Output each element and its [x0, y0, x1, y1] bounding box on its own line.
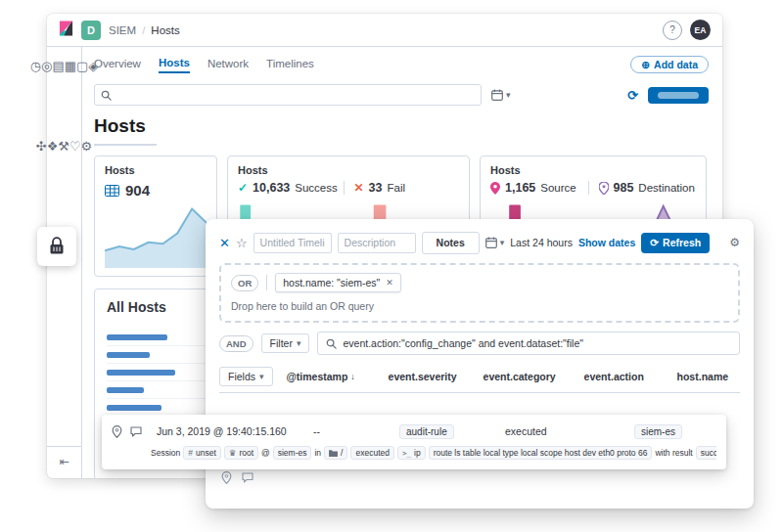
result-chip[interactable]: success [696, 446, 716, 460]
hosts-count-value: 904 [125, 182, 150, 199]
show-dates-link[interactable]: Show dates [578, 237, 635, 248]
column-timestamp[interactable]: @timestamp ↓ [287, 371, 389, 382]
kibana-logo-icon[interactable] [59, 21, 73, 40]
query-chip-label: host.name: "siem-es" [283, 277, 380, 288]
user-chip[interactable]: ♛root [224, 446, 258, 460]
column-event-action[interactable]: event.action [584, 371, 677, 382]
refresh-label: Refresh [663, 237, 701, 248]
column-host-name[interactable]: host.name [677, 371, 740, 382]
pin-icon[interactable] [221, 471, 232, 484]
query-filter-chip[interactable]: host.name: "siem-es" ✕ [275, 273, 401, 292]
host-chip[interactable]: siem-es [273, 446, 312, 460]
drop-hint-text: Drop here to build an OR query [231, 300, 728, 312]
close-icon[interactable]: ✕ [219, 236, 230, 250]
tab-hosts[interactable]: Hosts [159, 57, 190, 73]
hash-icon: # [188, 448, 193, 458]
pin-icon[interactable] [112, 425, 122, 438]
machine-learning-icon[interactable]: ✣ [36, 139, 47, 154]
success-value: 10,633 [253, 181, 290, 195]
comment-icon[interactable] [130, 426, 142, 437]
event-row[interactable]: Jun 3, 2019 @ 19:40:15.160 -- audit-rule… [102, 415, 726, 469]
chevron-down-icon: ▾ [500, 238, 505, 247]
star-icon[interactable]: ☆ [236, 236, 248, 250]
filter-label: Filter [270, 337, 293, 349]
event-timestamp[interactable]: Jun 3, 2019 @ 19:40:15.160 [157, 425, 313, 437]
card-title: Hosts [105, 164, 207, 176]
event-detail-row: Session#unset♛root@siem-esin/executed>_i… [112, 446, 716, 460]
help-icon[interactable]: ? [663, 21, 682, 40]
space-avatar[interactable]: D [81, 21, 101, 40]
chevron-down-icon: ▾ [297, 338, 301, 348]
calendar-icon [491, 89, 503, 101]
timeline-description-input[interactable] [338, 233, 416, 253]
session-id-chip[interactable]: #unset [183, 446, 221, 460]
collapse-sidebar-icon[interactable]: ⇤ [59, 455, 69, 468]
host-name-link[interactable] [107, 405, 161, 411]
update-button[interactable] [648, 87, 709, 104]
tab-network[interactable]: Network [207, 58, 249, 72]
source-pin-icon [490, 182, 500, 195]
host-name-link[interactable] [107, 334, 167, 340]
breadcrumb-app[interactable]: SIEM [109, 24, 136, 36]
or-badge: OR [231, 275, 258, 291]
column-event-category[interactable]: event.category [484, 371, 584, 382]
host-name-link[interactable] [107, 387, 144, 393]
recent-icon[interactable]: ◷ [30, 59, 41, 73]
fields-dropdown-button[interactable]: Fields ▾ [219, 367, 273, 386]
destination-pin-icon [599, 182, 609, 195]
destination-label: Destination [638, 182, 695, 194]
args-chip[interactable]: route ls table local type local scope ho… [429, 446, 653, 460]
date-picker-button[interactable]: ▾ [491, 89, 511, 101]
lock-badge[interactable] [37, 227, 76, 266]
host-name-link[interactable] [107, 370, 175, 376]
visualize-icon[interactable]: ▤ [52, 59, 64, 73]
comment-icon[interactable] [242, 472, 253, 483]
discover-icon[interactable]: ◎ [41, 59, 52, 73]
dev-tools-icon[interactable]: ⚒ [58, 139, 69, 154]
tab-timelines[interactable]: Timelines [266, 58, 314, 72]
search-icon [101, 90, 112, 101]
cross-icon: ✕ [354, 181, 364, 195]
success-label: Success [295, 182, 337, 194]
column-event-severity[interactable]: event.severity [389, 371, 484, 382]
timeline-title-input[interactable] [253, 233, 332, 253]
or-drop-zone[interactable]: OR host.name: "siem-es" ✕ Drop here to b… [219, 263, 740, 323]
event-category-value[interactable]: audit-rule [399, 424, 454, 439]
check-icon: ✓ [238, 181, 248, 195]
header-actions: ? EA [663, 20, 711, 40]
tab-overview[interactable]: Overview [94, 58, 141, 72]
user-avatar[interactable]: EA [690, 20, 711, 40]
calendar-icon [485, 237, 497, 248]
action-chip[interactable]: executed [350, 446, 394, 460]
refresh-icon[interactable]: ⟳ [627, 88, 638, 103]
fail-label: Fail [387, 182, 405, 194]
source-value: 1,165 [505, 181, 535, 195]
destination-value: 985 [614, 181, 634, 195]
process-chip[interactable]: >_ip [397, 446, 426, 460]
gear-icon[interactable]: ⚙ [729, 236, 740, 249]
working-dir-chip[interactable]: / [324, 446, 347, 460]
refresh-button[interactable]: ⟳ Refresh [641, 233, 710, 253]
notes-button[interactable]: Notes [422, 232, 480, 254]
dashboard-icon[interactable]: ▦ [65, 59, 76, 73]
event-action-value[interactable]: executed [505, 425, 615, 437]
in-separator: in [314, 448, 321, 458]
notes-label: Notes [437, 237, 465, 248]
lock-icon [48, 237, 66, 256]
kql-query-text: event.action:"config_change" and event.d… [343, 337, 583, 349]
add-data-label: Add data [654, 59, 698, 70]
monitoring-icon[interactable]: ♡ [69, 139, 81, 154]
destination-stat: 985 Destination [588, 181, 697, 195]
event-host-value[interactable]: siem-es [634, 424, 682, 439]
add-data-button[interactable]: ⊕ Add data [630, 56, 709, 73]
time-range-label[interactable]: Last 24 hours [510, 237, 573, 248]
graph-icon[interactable]: ❖ [47, 139, 59, 154]
sidebar-footer: ⇤ [47, 446, 81, 478]
kql-query-input[interactable]: event.action:"config_change" and event.d… [317, 332, 740, 355]
card-title: Hosts [490, 164, 696, 176]
filter-dropdown-button[interactable]: Filter ▾ [261, 333, 310, 353]
remove-chip-icon[interactable]: ✕ [386, 278, 393, 288]
host-name-link[interactable] [107, 352, 150, 358]
timeline-date-picker-button[interactable]: ▾ [485, 237, 505, 248]
search-input[interactable] [94, 84, 482, 106]
